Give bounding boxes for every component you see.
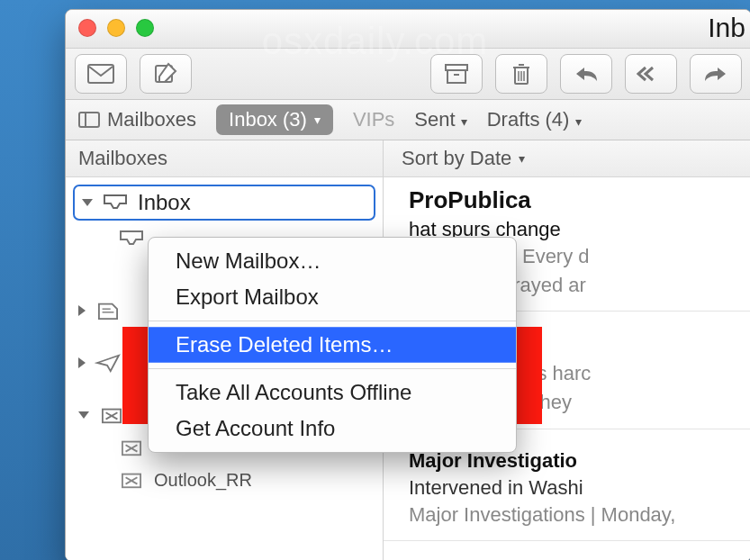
inbox-icon	[102, 193, 129, 212]
window-controls	[78, 19, 154, 37]
chevron-down-icon: ▾	[461, 114, 467, 129]
junk-icon	[118, 438, 145, 457]
mailboxes-label: Mailboxes	[107, 108, 196, 131]
compose-icon	[154, 62, 177, 86]
menu-take-offline[interactable]: Take All Accounts Offline	[149, 375, 516, 411]
sidebar-header: Mailboxes	[66, 140, 383, 177]
context-menu: New Mailbox… Export Mailbox Erase Delete…	[148, 237, 517, 453]
disclosure-triangle-icon[interactable]	[78, 357, 86, 368]
paperplane-icon	[95, 353, 122, 373]
disclosure-triangle-icon[interactable]	[82, 199, 93, 206]
reply-button[interactable]	[560, 54, 612, 94]
fav-sent-label: Sent	[414, 108, 455, 131]
archive-button[interactable]	[430, 54, 483, 94]
fav-vips[interactable]: VIPs	[353, 108, 394, 131]
chevron-down-icon: ▾	[314, 113, 321, 127]
get-mail-button[interactable]	[75, 54, 127, 94]
disclosure-triangle-icon[interactable]	[78, 305, 86, 316]
reply-all-icon	[637, 65, 665, 83]
fav-sent[interactable]: Sent ▾	[414, 108, 466, 131]
trash-icon	[511, 62, 532, 86]
mailboxes-toggle[interactable]: Mailboxes	[78, 108, 196, 131]
sidebar-item-junk-sub2[interactable]: Outlook_RR	[66, 464, 383, 496]
envelope-icon	[87, 64, 114, 84]
sidebar-item-label: Inbox	[138, 190, 191, 215]
forward-icon	[703, 65, 728, 83]
favorites-bar: Mailboxes Inbox (3) ▾ VIPs Sent ▾ Drafts…	[66, 100, 750, 140]
toolbar	[66, 49, 750, 100]
chevron-down-icon: ▾	[519, 151, 525, 166]
sort-label: Sort by Date	[402, 147, 511, 170]
menu-get-account-info[interactable]: Get Account Info	[149, 411, 516, 447]
close-window-button[interactable]	[78, 19, 96, 37]
compose-button[interactable]	[140, 54, 192, 94]
forward-button[interactable]	[690, 54, 742, 94]
window-title: Inb	[708, 13, 750, 43]
reply-icon	[574, 65, 599, 83]
chevron-down-icon: ▾	[575, 114, 582, 129]
menu-separator	[149, 321, 516, 321]
inbox-icon	[118, 229, 145, 248]
sort-bar[interactable]: Sort by Date ▾	[384, 140, 750, 177]
disclosure-triangle-icon[interactable]	[78, 411, 89, 419]
zoom-window-button[interactable]	[136, 19, 154, 37]
menu-export-mailbox[interactable]: Export Mailbox	[149, 279, 516, 315]
drafts-icon	[95, 301, 122, 321]
menu-new-mailbox[interactable]: New Mailbox…	[149, 243, 516, 279]
junk-icon	[118, 470, 145, 490]
fav-inbox-label: Inbox (3)	[229, 108, 307, 131]
fav-drafts-label: Drafts (4)	[487, 108, 570, 131]
svg-rect-11	[79, 113, 99, 127]
menu-erase-deleted[interactable]: Erase Deleted Items…	[149, 327, 516, 363]
reply-all-button[interactable]	[625, 54, 677, 94]
minimize-window-button[interactable]	[107, 19, 125, 37]
svg-rect-0	[88, 65, 113, 83]
menu-separator	[149, 368, 516, 369]
archive-icon	[444, 63, 469, 85]
sidebar-item-inbox[interactable]: Inbox	[73, 185, 375, 221]
sidebar-item-label: J	[134, 402, 145, 428]
fav-drafts[interactable]: Drafts (4) ▾	[487, 108, 582, 131]
titlebar: Inb	[66, 10, 750, 49]
sidebar-item-label: Outlook_RR	[154, 470, 252, 491]
svg-rect-3	[447, 70, 465, 83]
message-preview: Major Investigations | Monday,	[409, 501, 733, 528]
delete-button[interactable]	[495, 54, 547, 94]
junk-icon	[98, 405, 125, 425]
sidebar-icon	[78, 112, 100, 128]
fav-inbox[interactable]: Inbox (3) ▾	[216, 104, 333, 135]
message-preview: Intervened in Washi	[409, 476, 733, 500]
message-sender: ProPublica	[409, 186, 733, 214]
